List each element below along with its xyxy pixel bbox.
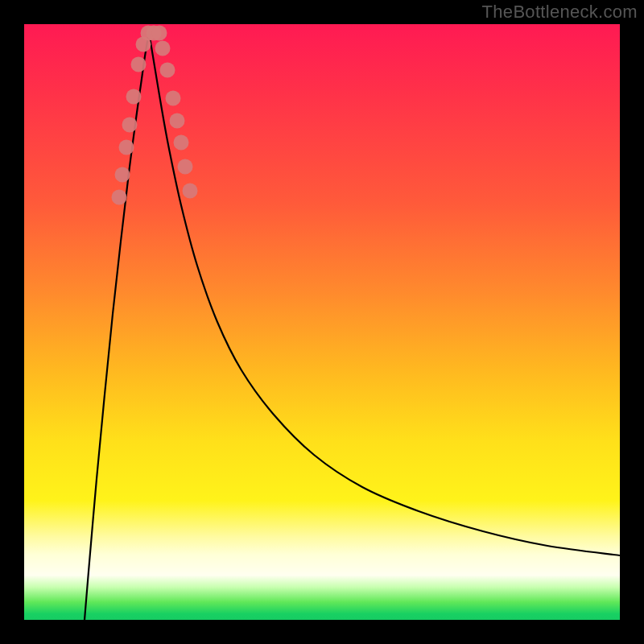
sample-dot [174,135,189,151]
sample-dot [152,26,167,41]
watermark-label: TheBottleneck.com [482,2,638,23]
sample-dot [170,114,185,129]
sample-dot [160,63,175,78]
sample-dot [131,57,147,72]
chart-frame: TheBottleneck.com [0,0,644,644]
sample-dot [119,140,134,155]
sample-dot [178,159,193,175]
sample-dot [122,118,138,133]
plot-area [24,24,620,620]
curve-right-branch [149,32,620,555]
curve-left-branch [85,32,149,620]
sample-dot [126,89,142,105]
curve-layer [24,24,620,620]
sample-dot [166,91,181,106]
sample-dot [183,184,198,199]
sample-dot [115,167,130,183]
sample-dot [112,190,127,205]
sample-dot [155,41,171,56]
